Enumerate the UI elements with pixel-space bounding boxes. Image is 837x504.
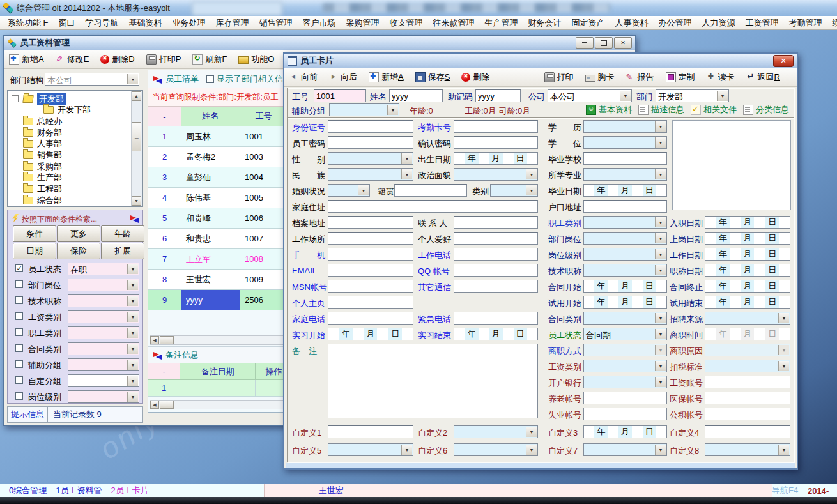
filter-checkbox-合同类别[interactable] (15, 344, 23, 352)
notes-column-备注日期[interactable]: 备注日期 (180, 363, 256, 380)
name-cell[interactable]: 童彭仙 (181, 167, 240, 188)
aux-group-select[interactable]: ▼ (329, 103, 399, 116)
field-select-岗位级别[interactable]: ▼ (583, 248, 667, 261)
field-input-养老帐号[interactable] (583, 392, 667, 404)
filter-checkbox-技术职称[interactable] (15, 296, 23, 304)
employee-photo-box[interactable] (672, 120, 791, 210)
menu-窗口[interactable]: 窗口 (54, 15, 81, 31)
field-input-自定义1[interactable] (328, 425, 413, 438)
name-cell[interactable]: 和贵峰 (181, 208, 240, 229)
show-sub-dept-checkbox[interactable] (206, 75, 214, 83)
blurred-tab[interactable] (192, 1, 282, 16)
swap-icon[interactable] (153, 75, 162, 83)
table-row[interactable]: 5和贵峰1006 (148, 208, 293, 229)
filter-tab-保险[interactable]: 保险 (57, 243, 100, 259)
field-input-个人主页[interactable] (328, 296, 413, 309)
filter-select-辅助分组[interactable]: ▼ (68, 358, 139, 371)
toolbar-button-返回R[interactable]: 返回R (746, 72, 780, 83)
chevron-down-icon[interactable]: ▼ (778, 313, 789, 323)
scroll-down-icon[interactable]: ▼ (132, 196, 141, 206)
column-header--[interactable]: - (148, 107, 181, 126)
field-input-员工密码[interactable] (328, 136, 413, 149)
tree-item-label[interactable]: 人事部 (37, 138, 62, 149)
table-row[interactable]: 1周玉林1001 (148, 126, 293, 147)
toolbar-button-打印[interactable]: 打印 (544, 72, 574, 83)
filter-select-员工状态[interactable]: 在职▼ (68, 263, 139, 275)
list-tab-label[interactable]: 员工清单 (165, 73, 199, 85)
table-row[interactable]: 3童彭仙1004 (148, 167, 293, 188)
field-date-入职日期[interactable]: 年月日 (705, 216, 790, 229)
field-input-自定义4[interactable] (705, 425, 790, 438)
tree-item-label[interactable]: 采购部 (37, 161, 62, 172)
chevron-down-icon[interactable]: ▼ (526, 445, 537, 455)
field-select-性 别[interactable]: ▼ (328, 152, 413, 165)
filter-tab-更多[interactable]: 更多 (57, 225, 100, 242)
chevron-down-icon[interactable]: ▼ (655, 313, 666, 323)
nav-hint[interactable]: 导航F4 (772, 485, 808, 496)
field-select-自定义7[interactable]: ▼ (583, 443, 667, 456)
chevron-down-icon[interactable]: ▼ (387, 105, 398, 115)
code-cell[interactable]: 2506 (240, 290, 288, 310)
field-input-身份证号[interactable] (328, 120, 413, 133)
chevron-down-icon[interactable]: ▼ (127, 360, 138, 370)
window-link-1员工资料管[interactable]: 1员工资料管 (56, 485, 102, 496)
field-select-类别[interactable]: ▼ (490, 184, 538, 197)
chevron-down-icon[interactable]: ▼ (127, 74, 138, 84)
filter-select-自定分组[interactable]: ▼ (68, 374, 139, 387)
field-select-合同类别[interactable]: ▼ (583, 312, 667, 325)
scroll-left-icon[interactable]: ◀ (150, 401, 159, 409)
menu-生产管理[interactable]: 生产管理 (480, 15, 523, 31)
field-select-自定义2[interactable]: ▼ (454, 425, 538, 438)
toolbar-button-修改E[interactable]: 修改E (56, 54, 89, 65)
toolbar-button-报告[interactable]: 报告 (626, 72, 654, 83)
chevron-down-icon[interactable]: ▼ (526, 169, 537, 179)
field-date-自定义3[interactable]: 年月日 (583, 425, 667, 438)
table-row[interactable]: 7王立军1008 (148, 249, 293, 270)
minimize-button[interactable] (576, 37, 594, 49)
chevron-down-icon[interactable]: ▼ (655, 329, 666, 339)
filter-checkbox-岗位级别[interactable] (15, 392, 23, 400)
chevron-down-icon[interactable]: ▼ (127, 280, 138, 290)
field-select-扣税标准[interactable]: ▼ (705, 360, 790, 372)
tree-item-label[interactable]: 综合部 (37, 195, 62, 206)
code-cell[interactable]: 1004 (240, 167, 288, 188)
column-header-工号[interactable]: 工号 (240, 107, 288, 126)
toolbar-button-向前[interactable]: 向前 (289, 72, 318, 83)
menu-学习导航[interactable]: 学习导航 (81, 15, 124, 31)
menu-固定资产[interactable]: 固定资产 (567, 15, 610, 31)
code-cell[interactable]: 1007 (240, 229, 288, 249)
filter-select-合同类别[interactable]: ▼ (68, 342, 139, 355)
tree-item-工程部[interactable]: 工程部 (8, 184, 62, 195)
field-input-家庭住址[interactable] (328, 200, 538, 213)
chevron-down-icon[interactable]: ▼ (127, 328, 138, 338)
table-row[interactable]: 6和贵忠1007 (148, 229, 293, 249)
list-hscrollbar[interactable]: ◀ (150, 335, 291, 345)
field-input-医保帐号[interactable] (705, 392, 790, 404)
tree-item-label[interactable]: 工程部 (37, 183, 62, 195)
column-header-姓名[interactable]: 姓名 (181, 107, 240, 126)
toolbar-button-打印P[interactable]: 打印P (146, 54, 181, 65)
filter-select-部门岗位[interactable]: ▼ (68, 279, 139, 291)
tree-item-综合部[interactable]: 综合部 (8, 195, 62, 206)
chevron-down-icon[interactable]: ▼ (655, 265, 666, 275)
card-titlebar[interactable]: 员工卡片 ✕ (284, 54, 797, 68)
chevron-down-icon[interactable]: ▼ (401, 169, 412, 179)
window-link-2员工卡片[interactable]: 2员工卡片 (111, 485, 148, 496)
field-select-工资类别[interactable]: ▼ (583, 360, 667, 372)
chevron-down-icon[interactable]: ▼ (620, 91, 631, 101)
menu-人力资源[interactable]: 人力资源 (697, 15, 741, 31)
header-input-姓名[interactable]: yyyy (389, 89, 443, 102)
field-select-员工状态[interactable]: 合同期▼ (583, 328, 667, 340)
name-cell[interactable]: 陈伟基 (181, 188, 240, 208)
header-input-助记码[interactable]: yyyy (475, 89, 521, 102)
chevron-down-icon[interactable]: ▼ (655, 169, 666, 179)
field-input-其它通信[interactable] (454, 280, 538, 293)
tree-item-销售部[interactable]: 销售部 (8, 150, 62, 161)
filter-tab-扩展[interactable]: 扩展 (101, 243, 144, 259)
chevron-down-icon[interactable]: ▼ (717, 91, 728, 101)
menu-基础资料[interactable]: 基础资料 (124, 15, 167, 31)
code-cell[interactable]: 1003 (240, 147, 288, 167)
code-cell[interactable]: 1008 (240, 249, 288, 270)
menu-销售管理[interactable]: 销售管理 (254, 15, 298, 31)
field-input-工作场所[interactable] (328, 232, 413, 245)
